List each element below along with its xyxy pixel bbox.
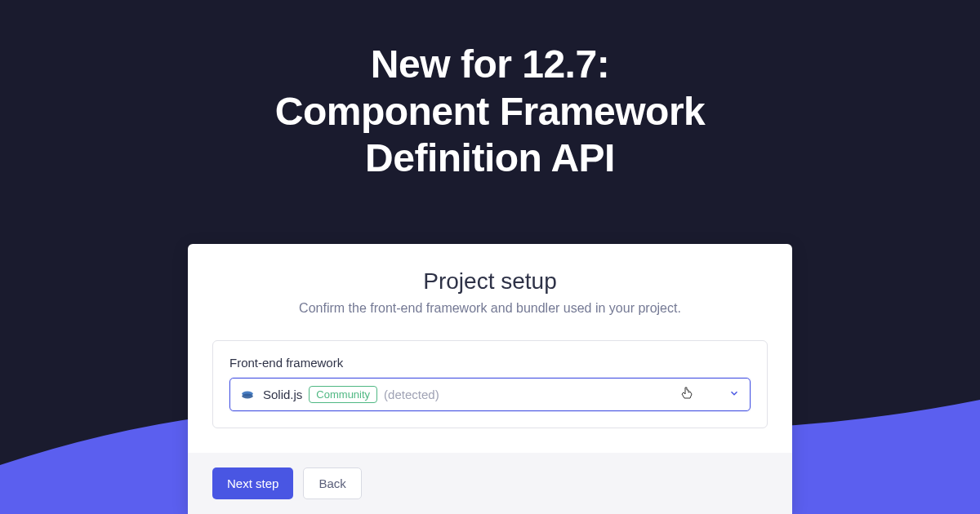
cursor-pointer-icon <box>681 386 694 404</box>
chevron-down-icon <box>728 388 740 402</box>
card-subtitle: Confirm the front-end framework and bund… <box>188 301 792 316</box>
back-button[interactable]: Back <box>303 467 361 499</box>
hero-line-1: New for 12.7: <box>371 42 609 86</box>
hero-title: New for 12.7: Component Framework Defini… <box>0 0 980 182</box>
framework-select[interactable]: Solid.js Community (detected) <box>229 378 751 411</box>
framework-field-section: Front-end framework Solid.js Community (… <box>212 340 768 428</box>
detected-label: (detected) <box>384 388 439 401</box>
card-title: Project setup <box>188 268 792 295</box>
hero-line-2: Component Framework <box>275 90 706 133</box>
hero-line-3: Definition API <box>365 136 615 179</box>
setup-card: Project setup Confirm the front-end fram… <box>188 244 792 514</box>
community-badge: Community <box>309 386 377 403</box>
svg-point-1 <box>242 393 253 398</box>
next-step-button[interactable]: Next step <box>212 467 293 499</box>
framework-selected-name: Solid.js <box>263 388 302 401</box>
framework-field-label: Front-end framework <box>229 356 751 370</box>
solidjs-icon <box>240 388 255 402</box>
card-footer: Next step Back <box>188 453 792 514</box>
